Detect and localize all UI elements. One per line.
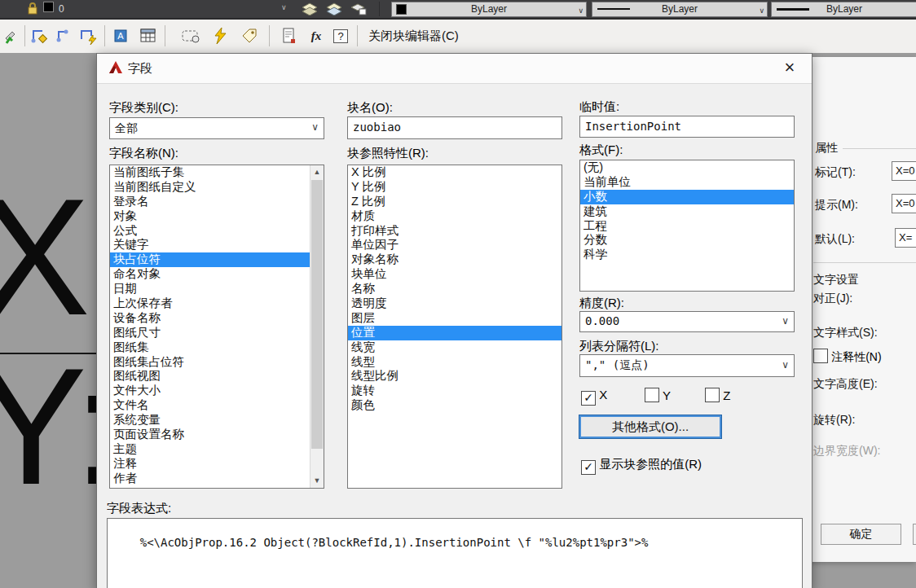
list-item[interactable]: 对象名称 [348, 252, 561, 267]
format-listbox[interactable]: (无)当前单位小数建筑工程分数科学 [579, 160, 795, 292]
list-item[interactable]: 小数 [580, 190, 794, 204]
block-ref-props-listbox[interactable]: X 比例Y 比例Z 比例材质打印样式单位因子对象名称块单位名称透明度图层位置线宽… [347, 165, 562, 489]
list-item[interactable]: 文件名 [110, 398, 310, 413]
list-item[interactable]: 命名对象 [110, 267, 310, 282]
attribute-tag-icon[interactable] [240, 26, 259, 46]
list-item[interactable]: 上次保存者 [110, 296, 310, 311]
list-item[interactable]: 日期 [110, 282, 310, 296]
field-dialog-titlebar[interactable]: 字段 × [97, 54, 812, 84]
list-item[interactable]: 块单位 [348, 267, 561, 282]
move-action-icon[interactable] [54, 26, 73, 46]
prompt-value: X=0 [896, 197, 915, 209]
chevron-down-icon: ∨ [782, 359, 789, 371]
list-item[interactable]: 公式 [110, 224, 310, 239]
list-item[interactable]: 当前图纸自定义 [110, 180, 310, 195]
parameter-set-icon[interactable] [78, 26, 98, 46]
list-separator-combo[interactable]: "," (逗点) ∨ [579, 354, 795, 377]
chevron-down-icon: ∨ [578, 4, 584, 17]
list-item[interactable]: 线型 [348, 355, 561, 370]
list-item[interactable]: 颜色 [348, 398, 561, 413]
current-layer-name[interactable]: 0 [59, 1, 64, 17]
list-item[interactable]: 名称 [348, 282, 561, 296]
help-icon[interactable]: ? [331, 26, 350, 46]
axis-z-checkbox[interactable] [705, 388, 720, 402]
scroll-down-icon[interactable]: ▼ [310, 474, 324, 488]
linetype-combo[interactable]: ByLayer ∨ [592, 2, 768, 17]
list-item[interactable]: (无) [580, 160, 794, 175]
layer-isolate-icon[interactable] [350, 2, 367, 15]
list-item[interactable]: 图纸集 [110, 340, 310, 355]
justification-label: 对正(J): [813, 292, 852, 306]
scroll-thumb[interactable] [311, 180, 323, 449]
list-item[interactable]: 旋转 [348, 384, 561, 398]
list-item[interactable]: 文件大小 [110, 384, 310, 398]
list-item[interactable]: Y 比例 [348, 180, 561, 195]
axis-x-checkbox[interactable] [581, 391, 596, 406]
scrollbar[interactable]: ▲ ▼ [310, 165, 324, 488]
list-item[interactable]: 页面设置名称 [110, 428, 310, 442]
other-format-button[interactable]: 其他格式(O)... [579, 415, 721, 438]
ok-button[interactable]: 确定 [821, 524, 901, 545]
list-item[interactable]: 图纸尺寸 [110, 326, 310, 340]
fx-expression-icon[interactable]: fx [306, 26, 326, 46]
field-category-combo[interactable]: 全部 ∨ [109, 117, 324, 139]
list-item[interactable]: 当前单位 [580, 175, 794, 190]
list-item[interactable]: 材质 [348, 209, 561, 224]
list-item[interactable]: 线型比例 [348, 369, 561, 384]
field-names-listbox[interactable]: ▲ ▼ 当前图纸子集当前图纸自定义登录名对象公式关键字块占位符命名对象日期上次保… [109, 165, 324, 489]
layer-states-icon[interactable] [302, 2, 318, 15]
linetype-combo-value: ByLayer [592, 2, 767, 15]
list-item[interactable]: 工程 [580, 219, 794, 234]
color-combo[interactable]: ByLayer ∨ [391, 2, 587, 17]
list-item[interactable]: Z 比例 [348, 195, 561, 209]
lock-icon[interactable] [27, 2, 38, 15]
list-item[interactable]: 单位因子 [348, 238, 561, 252]
show-block-ref-value-checkbox[interactable] [581, 460, 596, 475]
list-item[interactable]: 当前图纸子集 [110, 165, 310, 180]
list-item[interactable]: 系统变量 [110, 413, 310, 428]
list-item[interactable]: 透明度 [348, 296, 561, 311]
axis-y-checkbox[interactable] [645, 388, 659, 402]
block-table-icon[interactable] [139, 26, 158, 46]
list-item[interactable]: 块占位符 [110, 252, 310, 267]
block-name-field[interactable]: zuobiao [347, 116, 562, 139]
sync-attributes-icon[interactable] [210, 26, 230, 46]
list-item[interactable]: 科学 [580, 248, 794, 262]
list-item[interactable]: 主题 [110, 442, 310, 457]
annotative-checkbox[interactable] [813, 349, 828, 363]
text-settings-section-title: 文字设置 [813, 273, 859, 287]
list-item[interactable]: 打印样式 [348, 224, 561, 239]
cancel-button-partial[interactable] [913, 524, 916, 545]
list-item[interactable]: 设备名称 [110, 311, 310, 326]
precision-combo[interactable]: 0.000 ∨ [579, 311, 795, 332]
lineweight-combo[interactable]: ByLayer [771, 2, 916, 17]
list-item[interactable]: 对象 [110, 209, 310, 224]
list-item[interactable]: 注释 [110, 457, 310, 472]
field-expression-box[interactable]: %<\AcObjProp.16.2 Object(?BlockRefId,1).… [107, 518, 803, 588]
layer-properties-icon[interactable] [326, 2, 342, 15]
list-item[interactable]: 图层 [348, 311, 561, 326]
list-item[interactable]: 图纸视图 [110, 369, 310, 384]
tag-field[interactable]: X=0 [892, 161, 916, 181]
list-item[interactable]: 位置 [348, 326, 561, 340]
attribute-definition-icon[interactable] [181, 26, 200, 46]
properties-icon[interactable] [280, 26, 299, 46]
save-block-icon[interactable]: A [112, 26, 132, 46]
list-item[interactable]: X 比例 [348, 165, 561, 180]
list-item[interactable]: 关键字 [110, 238, 310, 252]
list-item[interactable]: 分数 [580, 233, 794, 248]
list-item[interactable]: 图纸集占位符 [110, 355, 310, 370]
prompt-field[interactable]: X=0 [892, 194, 916, 213]
list-item[interactable]: 线宽 [348, 340, 561, 355]
edit-block-icon[interactable] [2, 26, 21, 46]
list-item[interactable]: 作者 [110, 472, 310, 486]
scroll-up-icon[interactable]: ▲ [310, 165, 324, 179]
point-parameter-icon[interactable] [29, 26, 49, 46]
list-item[interactable]: 登录名 [110, 195, 310, 209]
format-label: 格式(F): [579, 143, 623, 158]
close-block-editor-button[interactable]: 关闭块编辑器(C) [368, 29, 459, 44]
default-field[interactable]: X= [895, 228, 916, 248]
layer-combo-arrow-icon[interactable]: ∨ [281, 3, 287, 11]
close-icon[interactable]: × [779, 57, 800, 78]
list-item[interactable]: 建筑 [580, 204, 794, 219]
